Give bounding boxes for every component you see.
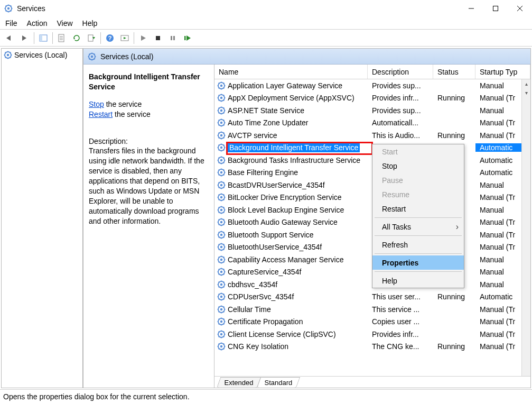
restart-link[interactable]: Restart — [89, 110, 113, 118]
menu-file[interactable]: File — [5, 19, 17, 28]
view-tabs: Extended Standard — [214, 376, 530, 388]
titlebar: Services — [0, 0, 532, 17]
context-menu: Start Stop Pause Resume Restart All Task… — [372, 144, 464, 288]
tab-extended[interactable]: Extended — [224, 379, 253, 387]
statusbar-text: Opens the properties dialog box for the … — [3, 392, 190, 401]
gear-icon — [217, 342, 226, 351]
scroll-up-icon[interactable]: ▴ — [522, 79, 530, 88]
service-name: Background Tasks Infrastructure Service — [228, 156, 360, 164]
service-name: Base Filtering Engine — [228, 168, 298, 177]
content-header: Services (Local) — [83, 49, 530, 65]
service-row[interactable]: AVCTP service This is Audio... Running M… — [214, 129, 530, 142]
menu-view[interactable]: View — [57, 19, 72, 28]
menu-help[interactable]: Help — [82, 19, 98, 28]
service-name: Capability Access Manager Service — [228, 255, 343, 264]
service-desc: Automaticall... — [368, 118, 433, 127]
minimize-button[interactable] — [459, 0, 483, 17]
col-startup-type[interactable]: Startup Typ — [475, 65, 530, 79]
scroll-down-icon[interactable]: ▾ — [522, 88, 530, 97]
pause-button[interactable] — [166, 31, 180, 45]
service-row[interactable]: AppX Deployment Service (AppXSVC) Provid… — [214, 92, 530, 105]
restart-button[interactable] — [181, 31, 194, 45]
service-name: AppX Deployment Service (AppXSVC) — [228, 94, 354, 102]
gear-icon — [217, 118, 226, 127]
ctx-stop[interactable]: Stop — [372, 159, 464, 173]
ctx-help[interactable]: Help — [372, 273, 464, 288]
svg-marker-14 — [6, 35, 11, 41]
stop-link[interactable]: Stop — [89, 100, 104, 108]
gear-icon — [217, 181, 226, 189]
service-desc: This service ... — [368, 305, 433, 314]
ctx-all-tasks[interactable]: All Tasks — [372, 219, 464, 234]
service-row[interactable]: CDPUserSvc_4354f This user ser... Runnin… — [214, 291, 530, 304]
gear-icon — [217, 168, 226, 177]
ctx-resume: Resume — [372, 187, 464, 202]
service-desc: The CNG ke... — [368, 342, 433, 351]
gear-icon — [217, 193, 226, 202]
export-button[interactable] — [85, 31, 98, 45]
service-row[interactable]: CNG Key Isolation The CNG ke... Running … — [214, 341, 530, 353]
menu-action[interactable]: Action — [27, 19, 48, 28]
refresh-button[interactable] — [70, 31, 83, 45]
service-row[interactable]: Certificate Propagation Copies user ... … — [214, 316, 530, 328]
service-name: CDPUserSvc_4354f — [228, 292, 294, 301]
service-row[interactable]: Client License Service (ClipSVC) Provide… — [214, 328, 530, 341]
gear-icon — [217, 255, 226, 264]
help-button[interactable]: ? — [103, 31, 117, 45]
service-name: Block Level Backup Engine Service — [228, 206, 344, 214]
action-stop-line: Stop the service — [89, 99, 209, 109]
service-name: BcastDVRUserService_4354f — [228, 181, 325, 189]
show-hide-button[interactable] — [36, 31, 50, 45]
service-list: Name Description Status Startup Typ Appl… — [214, 65, 530, 388]
service-name: Bluetooth Audio Gateway Service — [228, 218, 338, 226]
selected-service-name: Background Intelligent Transfer Service — [89, 72, 209, 92]
nav-forward-button[interactable] — [18, 31, 32, 45]
menubar: File Action View Help — [0, 17, 532, 30]
ctx-refresh[interactable]: Refresh — [372, 237, 464, 252]
col-name[interactable]: Name — [214, 65, 368, 79]
ctx-properties[interactable]: Properties — [372, 255, 464, 270]
col-status[interactable]: Status — [433, 65, 475, 79]
service-name: cbdhsvc_4354f — [228, 280, 277, 289]
close-button[interactable] — [508, 0, 532, 17]
play-button[interactable] — [136, 31, 150, 45]
tab-standard[interactable]: Standard — [264, 379, 292, 387]
svg-marker-22 — [73, 38, 75, 40]
nav-back-button[interactable] — [3, 31, 17, 45]
gear-icon — [4, 51, 12, 59]
service-row[interactable]: Application Layer Gateway Service Provid… — [214, 79, 530, 92]
svg-rect-30 — [156, 36, 160, 40]
service-desc: Copies user ... — [368, 317, 433, 326]
service-name: Bluetooth Support Service — [228, 231, 314, 239]
properties-button[interactable] — [55, 31, 69, 45]
service-status: Running — [433, 292, 475, 301]
service-status: Running — [433, 342, 475, 351]
ctx-restart[interactable]: Restart — [372, 202, 464, 216]
gear-icon — [217, 81, 226, 90]
tree-root-services-local[interactable]: Services (Local) — [2, 50, 82, 60]
svg-marker-34 — [186, 35, 191, 41]
service-name: Background Intelligent Transfer Service — [228, 143, 360, 152]
svg-rect-11 — [493, 6, 498, 11]
col-description[interactable]: Description — [368, 65, 433, 79]
maximize-button[interactable] — [483, 0, 508, 17]
gear-icon — [217, 268, 226, 276]
service-row[interactable]: Auto Time Zone Updater Automaticall... M… — [214, 117, 530, 130]
service-row[interactable]: ASP.NET State Service Provides sup... Ma… — [214, 104, 530, 117]
app-icon — [4, 4, 13, 13]
stop-button[interactable] — [151, 31, 165, 45]
svg-marker-29 — [141, 35, 146, 41]
svg-rect-32 — [173, 36, 175, 40]
service-row[interactable]: Cellular Time This service ... Manual (T… — [214, 303, 530, 316]
service-name: ASP.NET State Service — [228, 106, 304, 115]
service-name: Client License Service (ClipSVC) — [228, 330, 336, 338]
svg-rect-33 — [184, 36, 186, 40]
service-name: Auto Time Zone Updater — [228, 118, 309, 127]
description-body: Transfers files in the background using … — [89, 146, 209, 226]
ctx-start: Start — [372, 144, 464, 159]
service-name: Cellular Time — [228, 305, 271, 314]
connect-button[interactable] — [118, 31, 132, 45]
vertical-scrollbar[interactable]: ▴ ▾ — [521, 79, 530, 376]
ctx-pause: Pause — [372, 173, 464, 187]
service-status: Running — [433, 94, 475, 102]
